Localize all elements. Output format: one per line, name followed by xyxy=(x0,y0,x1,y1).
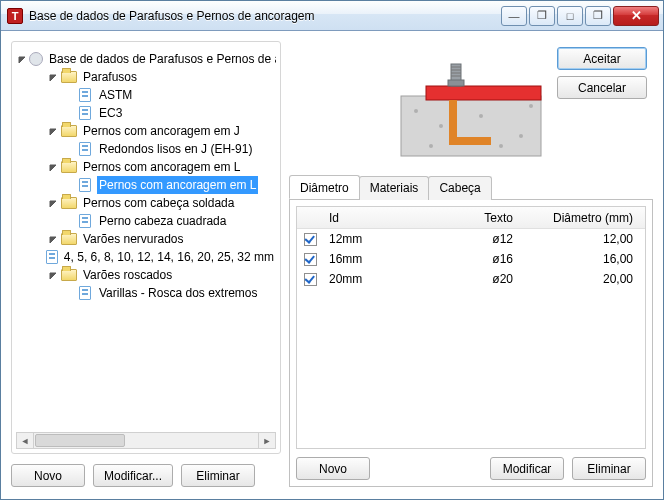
folder-open-icon xyxy=(61,195,77,211)
maximize-button[interactable]: □ xyxy=(557,6,583,26)
header-check xyxy=(297,207,323,228)
tree-item-label: Pernos com ancoragem em L xyxy=(97,176,258,194)
minimize-button[interactable]: — xyxy=(501,6,527,26)
row-checkbox[interactable] xyxy=(304,273,317,286)
row-delete-button[interactable]: Eliminar xyxy=(572,457,646,480)
titlebar: T Base de dados de Parafusos e Pernos de… xyxy=(1,1,663,31)
svg-rect-11 xyxy=(448,80,464,86)
tree-item[interactable]: Pernos com ancoragem em J xyxy=(18,122,276,140)
tab-head[interactable]: Cabeça xyxy=(428,176,491,200)
tree-item[interactable]: EC3 xyxy=(18,104,276,122)
accept-button[interactable]: Aceitar xyxy=(557,47,647,70)
tree-item[interactable]: Varillas - Rosca dos extremos xyxy=(18,284,276,302)
tree-item[interactable]: ASTM xyxy=(18,86,276,104)
expand-collapse-icon[interactable] xyxy=(48,162,59,173)
diameter-table[interactable]: Id Texto Diâmetro (mm) 12mmø1212,0016mmø… xyxy=(296,206,646,449)
tree-item-label: Pernos com ancoragem em J xyxy=(81,122,242,140)
row-new-button[interactable]: Novo xyxy=(296,457,370,480)
table-row[interactable]: 20mmø2020,00 xyxy=(297,269,645,289)
tree-item[interactable]: Varões nervurados xyxy=(18,230,276,248)
tab-materials[interactable]: Materiais xyxy=(359,176,430,200)
cell-id: 20mm xyxy=(323,269,443,289)
tree-item-label: Pernos com cabeça soldada xyxy=(81,194,236,212)
svg-point-3 xyxy=(479,114,483,118)
close-button[interactable]: ✕ xyxy=(613,6,659,26)
row-checkbox[interactable] xyxy=(304,253,317,266)
expand-collapse-icon[interactable] xyxy=(48,72,59,83)
tree-view[interactable]: Base de dados de Parafusos e Pernos de a… xyxy=(16,48,276,430)
svg-rect-0 xyxy=(401,96,541,156)
horizontal-scrollbar[interactable]: ◄ ► xyxy=(16,432,276,449)
tree-delete-button[interactable]: Eliminar xyxy=(181,464,255,487)
tree-item-label: ASTM xyxy=(97,86,134,104)
header-id: Id xyxy=(323,207,443,228)
header-diameter: Diâmetro (mm) xyxy=(543,207,645,228)
tree-item[interactable]: Varões roscados xyxy=(18,266,276,284)
svg-point-5 xyxy=(429,144,433,148)
svg-rect-9 xyxy=(426,86,541,100)
tree-root[interactable]: Base de dados de Parafusos e Pernos de a… xyxy=(18,50,276,68)
expand-collapse-icon[interactable] xyxy=(48,126,59,137)
tree-groupbox: Base de dados de Parafusos e Pernos de a… xyxy=(11,41,281,454)
scroll-right-arrow-icon[interactable]: ► xyxy=(258,433,275,448)
document-icon xyxy=(77,177,93,193)
window-controls: — ❐ □ ❐ ✕ xyxy=(501,6,659,26)
document-icon xyxy=(77,285,93,301)
restore-button-2[interactable]: ❐ xyxy=(585,6,611,26)
app-icon: T xyxy=(7,8,23,24)
table-body: 12mmø1212,0016mmø1616,0020mmø2020,00 xyxy=(297,229,645,289)
window-title: Base de dados de Parafusos e Pernos de a… xyxy=(29,9,501,23)
row-modify-button[interactable]: Modificar xyxy=(490,457,564,480)
folder-open-icon xyxy=(61,231,77,247)
table-row[interactable]: 12mmø1212,00 xyxy=(297,229,645,249)
folder-open-icon xyxy=(61,159,77,175)
expand-collapse-icon[interactable] xyxy=(48,270,59,281)
folder-open-icon xyxy=(61,69,77,85)
tree-item-label: 4, 5, 6, 8, 10, 12, 14, 16, 20, 25, 32 m… xyxy=(62,248,276,266)
cell-text: ø16 xyxy=(443,249,543,269)
scroll-thumb[interactable] xyxy=(35,434,125,447)
expand-collapse-icon[interactable] xyxy=(18,54,27,65)
cell-diameter: 12,00 xyxy=(543,229,645,249)
tree-item-label: Redondos lisos en J (EH-91) xyxy=(97,140,254,158)
folder-open-icon xyxy=(61,267,77,283)
tree-item-label: EC3 xyxy=(97,104,124,122)
left-panel: Base de dados de Parafusos e Pernos de a… xyxy=(11,41,281,487)
tree-item[interactable]: Pernos com ancoragem em L xyxy=(18,158,276,176)
client-area: Base de dados de Parafusos e Pernos de a… xyxy=(1,31,663,499)
restore-button-1[interactable]: ❐ xyxy=(529,6,555,26)
left-button-row: Novo Modificar... Eliminar xyxy=(11,464,281,487)
tree-item[interactable]: Pernos com ancoragem em L xyxy=(18,176,276,194)
tree-new-button[interactable]: Novo xyxy=(11,464,85,487)
tree-item-label: Varillas - Rosca dos extremos xyxy=(97,284,260,302)
cell-id: 16mm xyxy=(323,249,443,269)
folder-open-icon xyxy=(61,123,77,139)
tab-diameter[interactable]: Diâmetro xyxy=(289,175,360,199)
tab-strip: Diâmetro Materiais Cabeça xyxy=(289,175,653,200)
cell-diameter: 16,00 xyxy=(543,249,645,269)
scroll-left-arrow-icon[interactable]: ◄ xyxy=(17,433,34,448)
tree-item[interactable]: 4, 5, 6, 8, 10, 12, 14, 16, 20, 25, 32 m… xyxy=(18,248,276,266)
svg-point-1 xyxy=(414,109,418,113)
document-icon xyxy=(77,87,93,103)
tree-item[interactable]: Pernos com cabeça soldada xyxy=(18,194,276,212)
svg-point-2 xyxy=(439,124,443,128)
tree-modify-button[interactable]: Modificar... xyxy=(93,464,173,487)
tree-item[interactable]: Perno cabeza cuadrada xyxy=(18,212,276,230)
cancel-button[interactable]: Cancelar xyxy=(557,76,647,99)
header-text: Texto xyxy=(443,207,543,228)
cell-text: ø20 xyxy=(443,269,543,289)
svg-point-8 xyxy=(529,104,533,108)
cell-diameter: 20,00 xyxy=(543,269,645,289)
expand-collapse-icon[interactable] xyxy=(48,234,59,245)
tree-item-label: Varões roscados xyxy=(81,266,174,284)
tree-item[interactable]: Redondos lisos en J (EH-91) xyxy=(18,140,276,158)
document-icon xyxy=(77,105,93,121)
expand-collapse-icon[interactable] xyxy=(48,198,59,209)
root-icon xyxy=(29,51,43,67)
row-checkbox[interactable] xyxy=(304,233,317,246)
anchor-l-icon xyxy=(391,46,551,166)
tree-item-label: Parafusos xyxy=(81,68,139,86)
table-row[interactable]: 16mmø1616,00 xyxy=(297,249,645,269)
tree-item[interactable]: Parafusos xyxy=(18,68,276,86)
